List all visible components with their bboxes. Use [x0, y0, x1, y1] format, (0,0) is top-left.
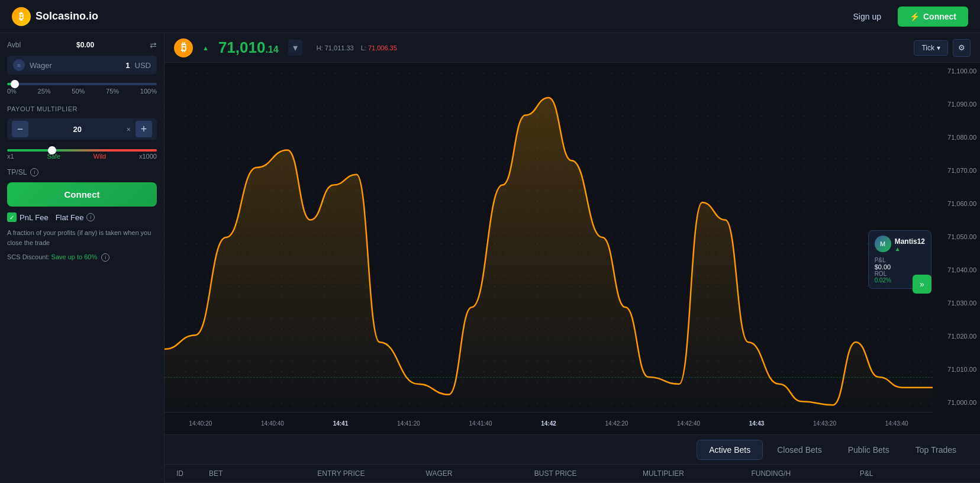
pnl-fee-checkbox[interactable]: ✓ PnL Fee	[7, 212, 49, 222]
chart-header: ₿ ▲ 71,010.14 ▾ H: 71,011.33 L: 71,006.3…	[165, 33, 980, 63]
scs-info-icon[interactable]: i	[101, 253, 109, 262]
mult-slider-container: x1 Safe Wild x1000	[7, 146, 157, 162]
user-up-arrow: ▲	[895, 246, 925, 252]
price-main: 71,010.14	[218, 38, 279, 57]
slider-75: 75%	[106, 88, 119, 95]
username: Mantis12	[895, 237, 925, 246]
flat-fee-checkbox[interactable]: Flat Fee i	[56, 213, 95, 222]
slider-25: 25%	[38, 88, 51, 95]
mult-slider-track[interactable]	[7, 149, 157, 152]
x-label-6: 14:42:20	[605, 420, 628, 427]
table-header: ID BET ENTRY PRICE WAGER BUST PRICE MULT…	[165, 465, 980, 483]
slider-100: 100%	[140, 88, 157, 95]
scs-value: Save up to 60%	[51, 253, 98, 260]
y-label-0: 71,100.00	[936, 67, 976, 75]
wager-value[interactable]: 1	[125, 61, 130, 70]
price-decimal: .14	[265, 44, 278, 54]
logo-text: Solcasino.io	[36, 10, 98, 22]
header-right: Sign up ⚡ Connect	[846, 7, 968, 27]
btc-icon: ₿	[174, 38, 193, 57]
mult-x: ×	[126, 125, 131, 134]
high-value: 71,011.33	[325, 44, 354, 51]
settings-button[interactable]: ⚙	[953, 39, 971, 57]
slider-50: 50%	[72, 88, 85, 95]
y-label-1: 71,090.00	[936, 101, 976, 108]
tab-closed-bets[interactable]: Closed Bets	[765, 440, 833, 459]
flat-fee-info-icon[interactable]: i	[86, 213, 95, 221]
th-entry-price: ENTRY PRICE	[317, 469, 425, 478]
bottom-section: Active Bets Closed Bets Public Bets Top …	[165, 434, 980, 483]
multiplier-row: − 20 × +	[7, 118, 157, 140]
y-label-10: 71,000.00	[936, 399, 976, 406]
pnl-description: A fraction of your profits (if any) is t…	[7, 228, 157, 247]
connect-button[interactable]: ⚡ Connect	[898, 7, 968, 27]
tpsl-info-icon[interactable]: i	[30, 168, 38, 176]
y-label-3: 71,070.00	[936, 167, 976, 174]
bottom-tabs: Active Bets Closed Bets Public Bets Top …	[165, 435, 980, 465]
mult-plus-button[interactable]: +	[136, 121, 152, 137]
th-funding-h: FUNDING/H	[751, 469, 859, 478]
pnl-fee-label: PnL Fee	[20, 213, 49, 222]
tick-dropdown-arrow: ▾	[937, 44, 940, 52]
wild-label: Wild	[94, 153, 106, 160]
signup-button[interactable]: Sign up	[846, 7, 888, 26]
low-value: 71,006.35	[368, 44, 397, 51]
chart-right-controls: Tick ▾ ⚙	[914, 39, 971, 57]
fee-row: ✓ PnL Fee Flat Fee i	[7, 212, 157, 222]
payout-multiplier-label: PAYOUT MULTIPLIER	[7, 105, 157, 112]
wager-row: ≈ Wager 1 USD	[7, 56, 157, 75]
user-avatar: M	[875, 236, 891, 252]
high-label: H: 71,011.33	[317, 44, 354, 51]
x-label-5: 14:42	[541, 420, 556, 427]
expand-button[interactable]: »	[913, 275, 931, 294]
y-label-5: 71,050.00	[936, 233, 976, 240]
th-multiplier: MULTIPLIER	[643, 469, 751, 478]
y-label-4: 71,060.00	[936, 200, 976, 207]
slider-0: 0%	[7, 88, 17, 95]
x-label-8: 14:43	[749, 420, 765, 427]
logo: ₿ Solcasino.io	[12, 7, 98, 26]
tab-public-bets[interactable]: Public Bets	[836, 440, 901, 459]
connect-main-button[interactable]: Connect	[7, 182, 157, 207]
x-label-3: 14:41:20	[397, 420, 420, 427]
low-label: L: 71,006.35	[361, 44, 397, 51]
tick-button[interactable]: Tick ▾	[914, 40, 948, 56]
avbl-value: $0.00	[76, 41, 94, 49]
th-pnl: P&L	[860, 469, 968, 478]
safe-wild-row: x1 Safe Wild x1000	[7, 153, 157, 160]
flat-fee-label: Flat Fee	[56, 213, 84, 222]
wager-slider-thumb[interactable]	[11, 80, 19, 88]
pnl-card-label: P&L	[875, 257, 925, 263]
hl-labels: H: 71,011.33 L: 71,006.35	[317, 44, 397, 51]
pnl-fee-checkbox-box: ✓	[7, 212, 17, 222]
th-wager: WAGER	[426, 469, 534, 478]
pnl-card-value: $0.00	[875, 263, 925, 271]
wager-slider-track[interactable]	[7, 83, 157, 85]
x1-label: x1	[7, 153, 14, 160]
mult-slider-thumb[interactable]	[48, 146, 56, 154]
wager-label: Wager	[30, 61, 121, 70]
main-layout: Avbl $0.00 ⇄ ≈ Wager 1 USD 0% 25% 50% 75…	[0, 33, 980, 483]
refresh-icon[interactable]: ⇄	[150, 40, 157, 50]
connect-label: Connect	[923, 12, 956, 21]
scs-discount-row: SCS Discount: Save up to 60% i	[7, 253, 157, 262]
tpsl-row: TP/SL i	[7, 168, 157, 176]
tab-active-bets[interactable]: Active Bets	[697, 440, 763, 460]
left-panel: Avbl $0.00 ⇄ ≈ Wager 1 USD 0% 25% 50% 75…	[0, 33, 165, 483]
chart-canvas-wrapper: 71,100.00 71,090.00 71,080.00 71,070.00 …	[165, 63, 980, 434]
wager-slider-container: 0% 25% 50% 75% 100%	[7, 80, 157, 97]
th-bust-price: BUST PRICE	[534, 469, 643, 478]
price-up-arrow: ▲	[202, 44, 209, 51]
y-label-9: 71,010.00	[936, 366, 976, 373]
tpsl-label: TP/SL	[7, 168, 27, 176]
price-dropdown-button[interactable]: ▾	[288, 40, 302, 56]
x-label-7: 14:42:40	[677, 420, 700, 427]
wager-currency: USD	[135, 61, 151, 70]
logo-icon: ₿	[12, 7, 31, 26]
tab-top-trades[interactable]: Top Trades	[904, 440, 968, 459]
slider-labels: 0% 25% 50% 75% 100%	[7, 88, 157, 95]
mult-minus-button[interactable]: −	[12, 121, 28, 137]
mult-value: 20	[33, 125, 121, 134]
y-label-2: 71,080.00	[936, 134, 976, 141]
avbl-row: Avbl $0.00 ⇄	[7, 40, 157, 50]
